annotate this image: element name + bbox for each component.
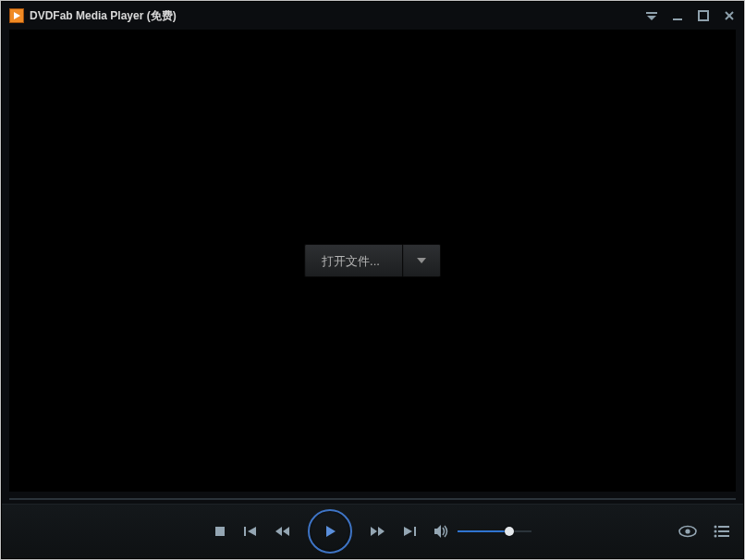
svg-rect-9: [244, 527, 246, 536]
svg-marker-13: [326, 526, 336, 537]
playlist-button[interactable]: [714, 525, 730, 538]
previous-button[interactable]: [243, 525, 258, 538]
volume-control: [434, 524, 531, 539]
video-area[interactable]: 打开文件...: [9, 30, 736, 492]
svg-point-25: [714, 535, 717, 538]
svg-marker-11: [275, 527, 282, 536]
volume-fill: [458, 530, 509, 532]
svg-marker-18: [434, 525, 441, 538]
volume-slider[interactable]: [458, 525, 531, 538]
volume-icon[interactable]: [434, 524, 450, 539]
open-file-button[interactable]: 打开文件...: [304, 244, 402, 277]
rewind-button[interactable]: [275, 525, 291, 538]
svg-rect-8: [215, 527, 225, 536]
next-button[interactable]: [402, 525, 417, 538]
svg-point-20: [685, 529, 690, 533]
svg-rect-4: [699, 11, 708, 20]
timeline-track: [9, 498, 736, 500]
window-buttons: [643, 7, 738, 24]
svg-marker-7: [417, 258, 426, 263]
svg-rect-24: [718, 530, 729, 532]
view-mode-button[interactable]: [678, 525, 697, 538]
right-controls: [678, 525, 730, 538]
window-title: DVDFab Media Player (免费): [30, 2, 177, 30]
options-menu-button[interactable]: [643, 7, 660, 24]
svg-marker-15: [378, 527, 385, 536]
close-button[interactable]: [721, 7, 738, 24]
svg-marker-14: [371, 527, 377, 536]
svg-marker-16: [404, 527, 412, 536]
fast-forward-button[interactable]: [369, 525, 385, 538]
svg-rect-1: [646, 12, 657, 14]
svg-marker-12: [283, 527, 289, 536]
svg-rect-17: [414, 527, 416, 536]
open-file-dropdown-button[interactable]: [402, 244, 441, 277]
stop-button[interactable]: [214, 525, 226, 538]
center-controls: [214, 509, 531, 554]
svg-rect-22: [718, 526, 729, 528]
svg-marker-10: [248, 527, 256, 536]
svg-point-21: [714, 526, 717, 529]
svg-rect-26: [718, 535, 729, 537]
maximize-button[interactable]: [695, 7, 712, 24]
svg-marker-0: [14, 12, 20, 19]
svg-marker-2: [647, 16, 656, 20]
svg-point-23: [714, 530, 717, 533]
app-window: DVDFab Media Player (免费) 打开文件...: [2, 2, 743, 558]
title-bar: DVDFab Media Player (免费): [2, 2, 743, 30]
svg-rect-3: [673, 18, 682, 20]
volume-thumb[interactable]: [505, 527, 514, 536]
play-button[interactable]: [308, 509, 352, 554]
minimize-button[interactable]: [669, 7, 686, 24]
app-logo-icon: [9, 8, 24, 23]
control-bar: [2, 504, 743, 558]
open-file-group: 打开文件...: [304, 244, 441, 277]
timeline[interactable]: [9, 496, 736, 502]
